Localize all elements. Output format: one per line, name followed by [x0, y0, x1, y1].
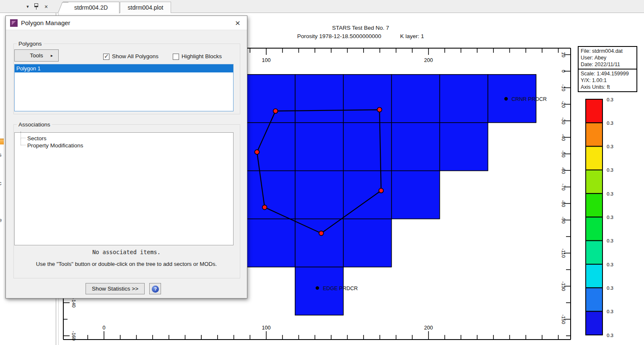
colorbar-label: 0.3: [607, 191, 613, 196]
grid-cell: [392, 171, 440, 219]
grid-cell: [343, 219, 392, 267]
tree-branch-line: [21, 131, 26, 138]
colorbar-segment: [586, 241, 602, 264]
x-axis-label-top: 100: [262, 57, 271, 63]
tab-label: stdrm004.2D: [74, 4, 108, 11]
x-axis-label-bottom: 100: [262, 325, 271, 331]
info-line: File: stdrm004.dat: [581, 48, 634, 54]
tab-stdrm004-2d[interactable]: stdrm004.2D: [63, 2, 119, 13]
colorbar-segment: [586, 99, 602, 123]
polygon-vertex-handle[interactable]: [273, 109, 278, 113]
y-axis-label-right: -80: [561, 200, 566, 207]
tree-item-label: Property Modifications: [27, 142, 83, 149]
help-button[interactable]: ?: [149, 283, 161, 294]
y-axis-label-right: -70: [561, 183, 566, 191]
grid-cell: [343, 171, 392, 219]
pin-icon[interactable]: [34, 3, 38, 7]
checkbox-label: Highlight Blocks: [182, 53, 222, 59]
checkbox-box: ✓: [173, 54, 179, 60]
y-axis-label-right: -30: [561, 117, 566, 124]
grid-cell: [295, 75, 343, 123]
tree-item-label: Sectors: [27, 135, 47, 142]
grid-cell: [392, 75, 440, 123]
dialog-titlebar[interactable]: Polygon Manager ×: [6, 16, 247, 30]
help-icon: ?: [152, 286, 159, 293]
y-axis-label-right: -130: [561, 281, 566, 291]
info-line: Y/X: 1.00:1: [581, 77, 634, 84]
y-axis-label-right: -10: [561, 84, 566, 91]
colorbar-segment: [586, 288, 602, 311]
polygon-vertex-handle[interactable]: [319, 231, 324, 236]
y-axis-label-right: -50: [561, 150, 566, 157]
panel-close-icon[interactable]: ×: [42, 3, 50, 10]
well-label: CRNR PRDCR: [512, 96, 547, 102]
plot-subtitle-klayer: K layer: 1: [400, 33, 424, 39]
well-marker: [504, 97, 508, 100]
show-all-polygons-checkbox[interactable]: ✓ Show All Polygons: [103, 53, 170, 60]
info-line: User: Abey: [581, 54, 634, 61]
grid-cell: [247, 219, 295, 267]
colorbar-label: 0.3: [607, 215, 613, 220]
info-line: Date: 2022/11/11: [581, 61, 634, 68]
x-axis-label-bottom: 0: [103, 325, 106, 331]
polygons-group-label: Polygons: [17, 41, 44, 47]
colorbar-label: 0.3: [607, 238, 613, 243]
x-axis-label-bottom: 200: [424, 325, 433, 331]
info-line: Scale: 1:494.159999: [581, 70, 634, 77]
y-axis-label-right: -90: [561, 216, 566, 224]
associations-tree[interactable]: SectorsProperty Modifications: [14, 132, 234, 245]
well-marker: [316, 286, 319, 290]
colorbar-label: 0.3: [607, 97, 613, 102]
polygon-list[interactable]: Polygon 1: [14, 64, 234, 111]
grid-cell: [343, 123, 392, 171]
polygon-vertex-handle[interactable]: [254, 150, 259, 154]
colorbar-segment: [586, 217, 602, 241]
grid-cell: [440, 75, 488, 123]
colorbar-label: 0.3: [607, 167, 613, 172]
polygon-manager-dialog: Polygon Manager × Polygons Tools ▸ ✓ Sho…: [5, 15, 247, 299]
polygon-vertex-handle[interactable]: [262, 205, 267, 210]
highlight-blocks-checkbox[interactable]: ✓ Highlight Blocks: [173, 53, 236, 60]
y-axis-label-right: -110: [561, 248, 566, 257]
tree-branch-line: [21, 139, 26, 145]
tab-stdrm004-plot[interactable]: stdrm004.plot: [120, 2, 171, 13]
grid-cell: [392, 123, 440, 171]
y-axis-label-left: -140: [71, 298, 76, 307]
colorbar-segment: [586, 170, 602, 193]
show-statistics-button[interactable]: Show Statistics >>: [86, 283, 145, 294]
dialog-close-icon[interactable]: ×: [232, 18, 244, 28]
y-axis-label-right: 10: [561, 52, 566, 57]
dock-menu-icon[interactable]: ▼: [24, 3, 31, 10]
tools-menu-arrow-icon: ▸: [51, 50, 53, 61]
tools-button[interactable]: Tools ▸: [14, 49, 59, 62]
check-icon: ✓: [104, 53, 109, 59]
grid-cell: [295, 219, 343, 267]
tree-item-sectors[interactable]: Sectors: [15, 135, 233, 142]
tab-bar: ▼ × stdrm004.2D stdrm004.plot: [0, 0, 644, 13]
colorbar-label: 0.3: [607, 333, 613, 338]
well-label: EDGE PRDCR: [323, 286, 358, 291]
polygon-list-item[interactable]: Polygon 1: [15, 64, 233, 72]
tree-item-property-modifications[interactable]: Property Modifications: [15, 142, 233, 149]
checkbox-label: Show All Polygons: [112, 53, 158, 59]
colorbar-segment: [586, 312, 602, 335]
polygon-vertex-handle[interactable]: [377, 108, 382, 112]
grid-cell: [343, 75, 392, 123]
grid-cell: [295, 123, 343, 171]
y-axis-label-right: -40: [561, 134, 566, 141]
y-axis-label-right: 0: [561, 70, 566, 72]
scale-info-box: Scale: 1:494.159999Y/X: 1.00:1Axis Units…: [578, 69, 637, 92]
polygon-vertex-handle[interactable]: [379, 188, 383, 193]
polygon-manager-icon: [10, 19, 18, 27]
colorbar-label: 0.3: [607, 262, 613, 267]
associations-hint: Use the "Tools" button or double-click o…: [6, 261, 247, 267]
colorbar-label: 0.3: [607, 309, 613, 314]
colorbar-label: 0.3: [607, 144, 613, 149]
colorbar-segment: [586, 264, 602, 288]
plot-subtitle-property: Porosity 1978-12-18.5000000000: [297, 33, 381, 39]
colorbar-segment: [586, 147, 602, 170]
grid-cell: [247, 75, 295, 123]
x-axis-label-top: 200: [424, 57, 433, 63]
colorbar-segment: [586, 123, 602, 146]
y-axis-label-left: -160: [71, 331, 76, 340]
